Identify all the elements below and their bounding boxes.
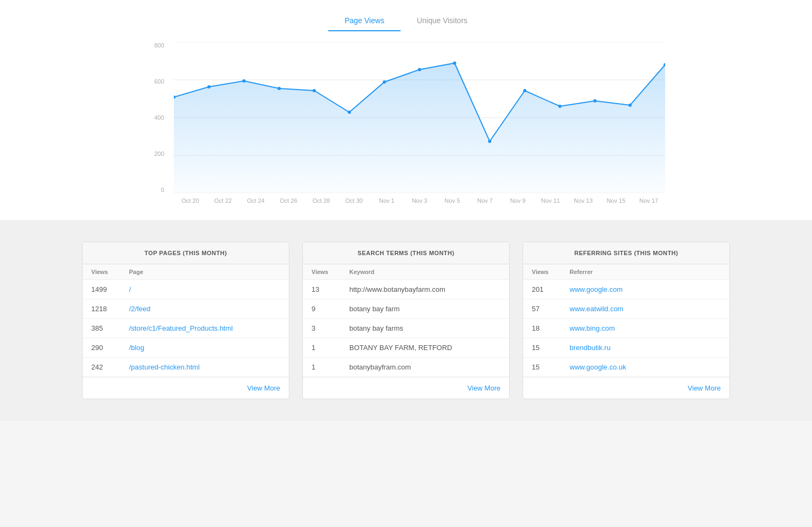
x-label-nov13: Nov 13 — [567, 197, 600, 204]
x-label-nov7: Nov 7 — [469, 197, 502, 204]
cell-page[interactable]: / — [129, 285, 280, 293]
cell-views: 13 — [312, 285, 349, 293]
cell-referrer[interactable]: www.google.com — [570, 285, 721, 293]
cell-views: 18 — [532, 324, 570, 332]
top-pages-title: TOP PAGES (THIS MONTH) — [83, 242, 289, 264]
tabs: Page Views Unique Visitors — [0, 11, 812, 31]
y-label-800: 800 — [147, 42, 168, 49]
search-terms-title: SEARCH TERMS (THIS MONTH) — [303, 242, 509, 264]
chart-dot — [242, 79, 246, 83]
chart-svg — [174, 42, 665, 193]
top-section: Page Views Unique Visitors 0 200 400 600… — [0, 0, 812, 220]
y-label-400: 400 — [147, 114, 168, 121]
cell-views: 1 — [312, 363, 349, 371]
chart-dot — [348, 111, 351, 114]
table-row: 1499 / — [83, 280, 289, 299]
cell-views: 15 — [532, 363, 570, 371]
top-pages-col-page: Page — [129, 269, 280, 275]
search-col-keyword: Keyword — [349, 269, 500, 275]
x-label-nov11: Nov 11 — [534, 197, 567, 204]
table-row: 18 www.bing.com — [523, 319, 729, 338]
cell-keyword: botany bay farms — [349, 324, 500, 332]
tab-page-views[interactable]: Page Views — [328, 11, 401, 31]
table-row: 201 www.google.com — [523, 280, 729, 299]
table-row: 57 www.eatwild.com — [523, 299, 729, 319]
table-row: 1218 /2/feed — [83, 299, 289, 319]
referring-sites-header: Views Referrer — [523, 264, 729, 280]
cell-views: 3 — [312, 324, 349, 332]
chart-y-labels: 0 200 400 600 800 — [147, 42, 168, 193]
cell-views: 201 — [532, 285, 570, 293]
cell-views: 1 — [312, 344, 349, 352]
cell-keyword: botany bay farm — [349, 305, 500, 313]
cell-views: 1499 — [91, 285, 129, 293]
y-label-200: 200 — [147, 150, 168, 157]
cell-page[interactable]: /2/feed — [129, 305, 280, 313]
referring-sites-view-more: View More — [523, 377, 729, 399]
chart-dot — [593, 99, 597, 102]
x-label-oct28: Oct 28 — [305, 197, 338, 204]
top-pages-header: Views Page — [83, 264, 289, 280]
bottom-section: TOP PAGES (THIS MONTH) Views Page 1499 /… — [0, 220, 812, 421]
top-pages-view-more: View More — [83, 377, 289, 399]
table-row: 3 botany bay farms — [303, 319, 509, 338]
cell-views: 57 — [532, 305, 570, 313]
referring-col-views: Views — [532, 269, 570, 275]
referring-sites-table: REFERRING SITES (THIS MONTH) Views Refer… — [523, 242, 730, 399]
cell-keyword: BOTANY BAY FARM, RETFORD — [349, 344, 500, 352]
table-row: 9 botany bay farm — [303, 299, 509, 319]
cell-referrer[interactable]: www.bing.com — [570, 324, 721, 332]
cell-page[interactable]: /blog — [129, 344, 280, 352]
view-more-link[interactable]: View More — [688, 384, 721, 392]
cell-views: 9 — [312, 305, 349, 313]
referring-col-referrer: Referrer — [570, 269, 721, 275]
table-row: 1 BOTANY BAY FARM, RETFORD — [303, 338, 509, 358]
chart-area: 0 200 400 600 800 — [147, 42, 665, 193]
y-label-0: 0 — [147, 187, 168, 193]
chart-plot — [174, 42, 665, 193]
cell-keyword: http://www.botanybayfarm.com — [349, 285, 500, 293]
x-label-nov9: Nov 9 — [502, 197, 534, 204]
chart-dot — [278, 87, 281, 90]
top-pages-col-views: Views — [91, 269, 129, 275]
chart-dot — [453, 61, 456, 65]
cell-page[interactable]: /store/c1/Featured_Products.html — [129, 324, 280, 332]
table-row: 290 /blog — [83, 338, 289, 358]
x-label-nov17: Nov 17 — [632, 197, 665, 204]
chart-dot — [628, 104, 632, 107]
search-terms-table: SEARCH TERMS (THIS MONTH) Views Keyword … — [302, 242, 510, 399]
cell-referrer[interactable]: www.eatwild.com — [570, 305, 721, 313]
cell-views: 385 — [91, 324, 129, 332]
x-label-nov1: Nov 1 — [370, 197, 403, 204]
table-row: 15 brendbutik.ru — [523, 338, 729, 358]
tab-unique-visitors[interactable]: Unique Visitors — [401, 11, 484, 31]
top-pages-table: TOP PAGES (THIS MONTH) Views Page 1499 /… — [82, 242, 289, 399]
table-row: 13 http://www.botanybayfarm.com — [303, 280, 509, 299]
table-row: 385 /store/c1/Featured_Products.html — [83, 319, 289, 338]
y-label-600: 600 — [147, 78, 168, 85]
cell-views: 1218 — [91, 305, 129, 313]
cell-referrer[interactable]: www.google.co.uk — [570, 363, 721, 371]
table-row: 242 /pastured-chicken.html — [83, 358, 289, 377]
chart-dot — [488, 140, 491, 143]
cell-page[interactable]: /pastured-chicken.html — [129, 363, 280, 371]
cell-keyword: botanybayfram.com — [349, 363, 500, 371]
search-terms-header: Views Keyword — [303, 264, 509, 280]
tables-row: TOP PAGES (THIS MONTH) Views Page 1499 /… — [82, 242, 730, 399]
cell-views: 290 — [91, 344, 129, 352]
x-label-nov3: Nov 3 — [403, 197, 436, 204]
chart-dot — [207, 85, 211, 88]
cell-views: 15 — [532, 344, 570, 352]
view-more-link[interactable]: View More — [247, 384, 280, 392]
x-label-oct20: Oct 20 — [174, 197, 207, 204]
chart-x-labels: Oct 20 Oct 22 Oct 24 Oct 26 Oct 28 Oct 3… — [147, 197, 665, 204]
chart-dot — [313, 89, 316, 92]
cell-views: 242 — [91, 363, 129, 371]
chart-dot — [418, 68, 421, 71]
chart-dot — [558, 105, 561, 108]
view-more-link[interactable]: View More — [468, 384, 500, 392]
chart-container: 0 200 400 600 800 — [147, 42, 665, 204]
table-row: 15 www.google.co.uk — [523, 358, 729, 377]
cell-referrer[interactable]: brendbutik.ru — [570, 344, 721, 352]
search-terms-view-more: View More — [303, 377, 509, 399]
